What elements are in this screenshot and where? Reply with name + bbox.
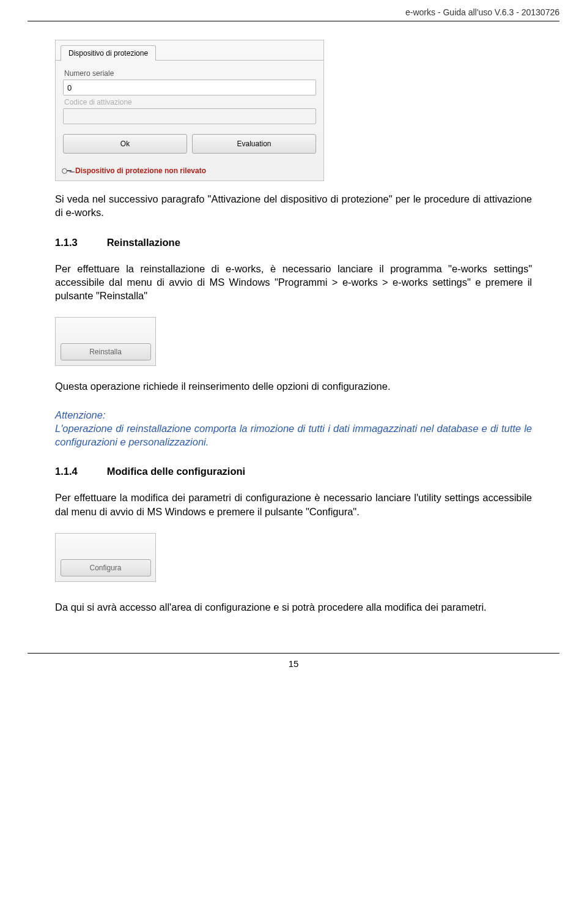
configura-button[interactable]: Configura (61, 559, 151, 576)
attention-block: Attenzione: L'operazione di reinstallazi… (55, 408, 532, 449)
section-113-num: 1.1.3 (55, 237, 78, 248)
paragraph-access: Da qui si avrà accesso all'area di confi… (55, 600, 532, 614)
paragraph-intro: Si veda nel successivo paragrafo "Attiva… (55, 192, 532, 220)
section-113-heading: 1.1.3Reinstallazione (55, 237, 532, 248)
paragraph-reinsert: Questa operazione richiede il reinserime… (55, 379, 532, 393)
dialog-footer: Dispositivo di protezione non rilevato (56, 162, 323, 181)
attention-label: Attenzione: (55, 408, 532, 422)
configura-button-box: Configura (55, 533, 156, 582)
dialog-tab[interactable]: Dispositivo di protezione (61, 45, 156, 61)
page-header: e-works - Guida all'uso V.6.3 - 20130726 (0, 0, 587, 21)
section-113-title: Reinstallazione (107, 237, 180, 248)
dialog-body: Numero seriale Codice di attivazione Ok … (56, 60, 323, 162)
attention-body: L'operazione di reinstallazione comporta… (55, 423, 532, 447)
section-114-heading: 1.1.4Modifica delle configurazioni (55, 466, 532, 477)
dialog-button-row: Ok Evaluation (63, 134, 316, 154)
key-icon (62, 166, 72, 176)
evaluation-button[interactable]: Evaluation (192, 134, 316, 154)
paragraph-modify: Per effettuare la modifica dei parametri… (55, 491, 532, 518)
activation-code-input[interactable] (63, 108, 316, 124)
paragraph-reinstall: Per effettuare la reinstallazione di e-w… (55, 262, 532, 303)
dialog-footer-message: Dispositivo di protezione non rilevato (75, 166, 206, 175)
serial-label: Numero seriale (64, 69, 316, 78)
activation-code-label: Codice di attivazione (64, 98, 316, 106)
section-114-title: Modifica delle configurazioni (107, 466, 245, 477)
protection-device-dialog: Dispositivo di protezione Numero seriale… (55, 40, 324, 181)
serial-input[interactable] (63, 80, 316, 95)
reinstalla-button[interactable]: Reinstalla (61, 343, 151, 360)
page-number: 15 (0, 654, 587, 679)
ok-button[interactable]: Ok (63, 134, 187, 154)
header-text: e-works - Guida all'uso V.6.3 - 20130726 (405, 7, 559, 17)
section-114-num: 1.1.4 (55, 466, 78, 477)
reinstalla-button-box: Reinstalla (55, 317, 156, 366)
page-content: Dispositivo di protezione Numero seriale… (0, 21, 587, 641)
